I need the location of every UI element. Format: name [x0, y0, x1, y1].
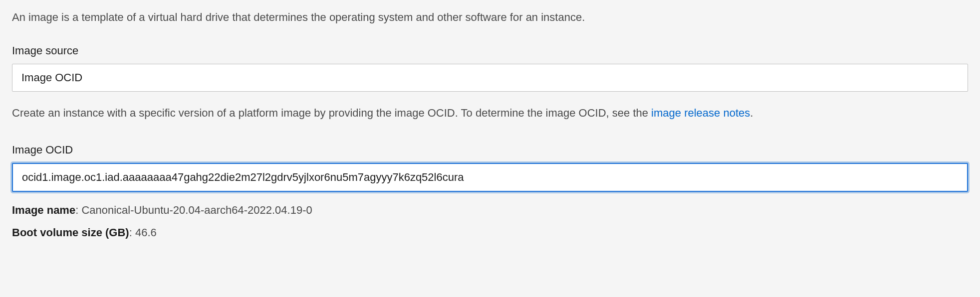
image-name-colon: : [75, 204, 81, 216]
image-source-field-group: Image source Image OCID [12, 43, 968, 92]
image-name-detail: Image name: Canonical-Ubuntu-20.04-aarch… [12, 203, 968, 218]
helper-prefix: Create an instance with a specific versi… [12, 107, 651, 119]
image-ocid-input[interactable] [12, 163, 968, 192]
image-name-label: Image name [12, 204, 75, 216]
image-description-text: An image is a template of a virtual hard… [12, 10, 968, 25]
boot-volume-value: 46.6 [135, 226, 157, 239]
helper-suffix: . [750, 107, 753, 119]
boot-volume-label: Boot volume size (GB) [12, 226, 129, 239]
ocid-helper-text: Create an instance with a specific versi… [12, 106, 968, 121]
image-name-value: Canonical-Ubuntu-20.04-aarch64-2022.04.1… [81, 204, 312, 216]
image-source-select[interactable]: Image OCID [12, 64, 968, 92]
image-source-select-wrapper: Image OCID [12, 64, 968, 92]
image-source-select-value: Image OCID [21, 71, 82, 84]
image-ocid-field-group: Image OCID [12, 143, 968, 192]
boot-volume-detail: Boot volume size (GB): 46.6 [12, 225, 968, 241]
boot-volume-colon: : [129, 226, 135, 239]
image-ocid-label: Image OCID [12, 143, 968, 158]
image-release-notes-link[interactable]: image release notes [651, 107, 750, 119]
image-source-label: Image source [12, 43, 968, 59]
